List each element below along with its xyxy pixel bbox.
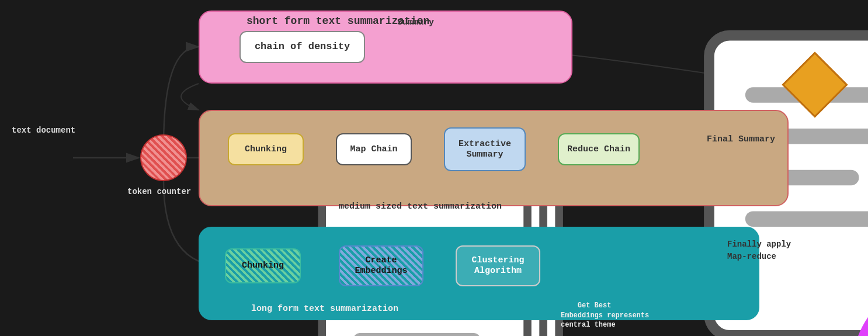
chunking-node-long[interactable]: Chunking [225, 248, 301, 283]
chunking-node-medium[interactable]: Chunking [228, 133, 304, 165]
token-counter-circle [140, 134, 187, 181]
reduce-chain-node[interactable]: Reduce Chain [558, 133, 640, 165]
embeddings-cluster-icon [571, 243, 624, 289]
summary-icon-top [391, 25, 423, 63]
final-summary-icon [672, 133, 704, 171]
text-document-label: text document [12, 126, 75, 135]
create-embeddings-node[interactable]: CreateEmbeddings [339, 245, 423, 286]
medium-form-label: medium sized text summarization [339, 202, 502, 212]
doc-icon [26, 131, 67, 181]
long-form-label: long form text summarization [251, 304, 398, 314]
final-summary-label: Final Summary [707, 134, 775, 144]
extractive-summary-node[interactable]: ExtractiveSummary [444, 127, 526, 171]
summary-label: Summary [397, 18, 434, 27]
get-best-embeddings-label: Get Best Embeddings represents central t… [561, 291, 649, 336]
chain-of-density-node[interactable]: chain of density [239, 31, 365, 63]
clustering-algorithm-node[interactable]: ClusteringAlgorithm [456, 245, 540, 286]
map-chain-node[interactable]: Map Chain [336, 133, 412, 165]
token-counter-label: token counter [127, 187, 191, 196]
svg-point-36 [858, 285, 868, 336]
finally-apply-label: Finally applyMap-reduce [727, 238, 791, 263]
